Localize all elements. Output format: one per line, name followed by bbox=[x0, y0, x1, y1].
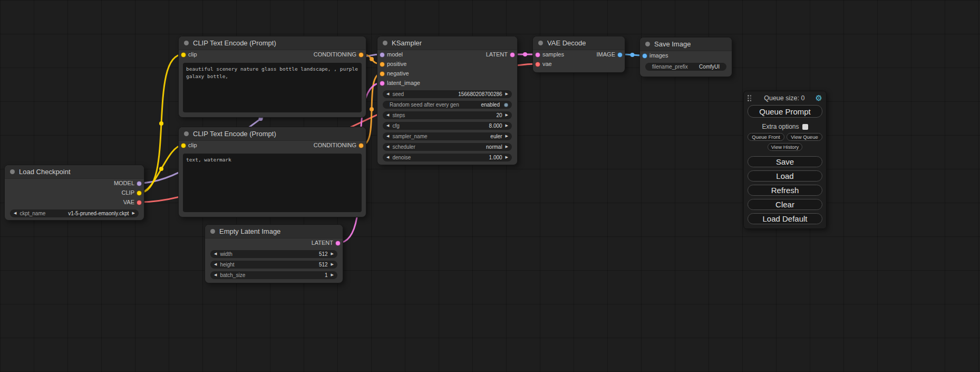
decrement-arrow-icon[interactable]: ◀ bbox=[214, 261, 217, 269]
increment-arrow-icon[interactable]: ▶ bbox=[506, 154, 508, 161]
output-slot-CONDITIONING[interactable] bbox=[358, 52, 364, 58]
wire-clip bbox=[140, 54, 183, 193]
widget-value: 20 bbox=[496, 112, 502, 118]
save-button[interactable]: Save bbox=[748, 156, 822, 167]
node-title-bar[interactable]: Save Image bbox=[640, 37, 732, 51]
input-slot-model[interactable] bbox=[380, 52, 385, 58]
widget-scheduler[interactable]: ◀schedulernormal▶ bbox=[383, 143, 512, 151]
collapse-dot-icon[interactable] bbox=[538, 41, 543, 45]
load-default-button[interactable]: Load Default bbox=[748, 213, 822, 224]
node-ksampler[interactable]: KSamplermodelLATENTpositivenegativelaten… bbox=[377, 36, 518, 165]
refresh-button[interactable]: Refresh bbox=[748, 185, 822, 196]
node-title-bar[interactable]: Load Checkpoint bbox=[5, 165, 144, 179]
input-slot-negative[interactable] bbox=[380, 71, 385, 77]
panel-drag-handle-icon[interactable] bbox=[748, 95, 753, 101]
wire-midpoint-dot bbox=[159, 167, 163, 171]
node-empty-latent-image[interactable]: Empty Latent ImageLATENT◀width512▶◀heigh… bbox=[205, 224, 343, 283]
output-slot-MODEL[interactable] bbox=[137, 181, 142, 186]
widget-value: euler bbox=[490, 133, 502, 139]
decrement-arrow-icon[interactable]: ◀ bbox=[386, 122, 389, 130]
node-title-bar[interactable]: Empty Latent Image bbox=[205, 225, 343, 239]
output-slot-label: LATENT bbox=[312, 240, 333, 246]
node-title-bar[interactable]: CLIP Text Encode (Prompt) bbox=[179, 36, 366, 50]
load-button[interactable]: Load bbox=[748, 170, 822, 182]
decrement-arrow-icon[interactable]: ◀ bbox=[386, 154, 389, 161]
node-title: CLIP Text Encode (Prompt) bbox=[193, 130, 276, 138]
widget-sampler-name[interactable]: ◀sampler_nameeuler▶ bbox=[383, 132, 512, 140]
increment-arrow-icon[interactable]: ▶ bbox=[132, 209, 135, 217]
output-slot-label: CLIP bbox=[122, 189, 134, 196]
decrement-arrow-icon[interactable]: ◀ bbox=[214, 271, 217, 279]
increment-arrow-icon[interactable]: ▶ bbox=[331, 250, 334, 258]
decrement-arrow-icon[interactable]: ◀ bbox=[386, 143, 389, 151]
input-slot-clip[interactable] bbox=[181, 52, 186, 58]
widget-value: ComfyUI bbox=[699, 64, 720, 70]
input-slot-vae[interactable] bbox=[535, 62, 540, 67]
node-title: KSampler bbox=[392, 39, 422, 47]
node-title-bar[interactable]: KSampler bbox=[377, 36, 517, 50]
increment-arrow-icon[interactable]: ▶ bbox=[331, 271, 334, 279]
output-slot-CLIP[interactable] bbox=[137, 190, 142, 196]
decrement-arrow-icon[interactable]: ◀ bbox=[386, 132, 389, 140]
node-title: CLIP Text Encode (Prompt) bbox=[193, 39, 276, 47]
node-graph-canvas[interactable]: Queue size: 0 ⚙ Queue Prompt Extra optio… bbox=[0, 0, 980, 372]
increment-arrow-icon[interactable]: ▶ bbox=[506, 122, 508, 130]
collapse-dot-icon[interactable] bbox=[645, 42, 650, 46]
toggle-dot-icon[interactable] bbox=[504, 103, 508, 107]
widget-batch-size[interactable]: ◀batch_size1▶ bbox=[210, 271, 337, 279]
node-clip-text-encode-positive[interactable]: CLIP Text Encode (Prompt)clipCONDITIONIN… bbox=[178, 36, 366, 118]
node-save-image[interactable]: Save Imageimagesfilename_prefixComfyUI bbox=[639, 37, 732, 77]
collapse-dot-icon[interactable] bbox=[10, 169, 15, 174]
widget-value: 1.000 bbox=[489, 155, 502, 160]
collapse-dot-icon[interactable] bbox=[210, 229, 215, 234]
settings-gear-icon[interactable]: ⚙ bbox=[816, 94, 822, 102]
widget-cfg[interactable]: ◀cfg8.000▶ bbox=[383, 122, 512, 130]
input-slot-positive[interactable] bbox=[380, 62, 385, 67]
node-clip-text-encode-negative[interactable]: CLIP Text Encode (Prompt)clipCONDITIONIN… bbox=[178, 127, 366, 217]
output-slot-VAE[interactable] bbox=[137, 200, 142, 205]
widget-label: filename_prefix bbox=[652, 64, 688, 70]
widget-label: scheduler bbox=[392, 144, 415, 150]
widget-width[interactable]: ◀width512▶ bbox=[210, 250, 337, 258]
output-slot-CONDITIONING[interactable] bbox=[358, 143, 364, 148]
increment-arrow-icon[interactable]: ▶ bbox=[506, 90, 508, 98]
widget-filename-prefix[interactable]: filename_prefixComfyUI bbox=[645, 63, 726, 71]
increment-arrow-icon[interactable]: ▶ bbox=[331, 261, 334, 269]
output-slot-LATENT[interactable] bbox=[510, 52, 515, 58]
decrement-arrow-icon[interactable]: ◀ bbox=[14, 209, 16, 217]
decrement-arrow-icon[interactable]: ◀ bbox=[386, 90, 389, 98]
decrement-arrow-icon[interactable]: ◀ bbox=[214, 250, 217, 258]
node-vae-decode[interactable]: VAE DecodesamplesIMAGEvae bbox=[532, 36, 625, 73]
widget-steps[interactable]: ◀steps20▶ bbox=[383, 111, 512, 119]
increment-arrow-icon[interactable]: ▶ bbox=[506, 143, 508, 151]
prompt-textarea[interactable]: text, watermark bbox=[183, 154, 362, 212]
input-slot-images[interactable] bbox=[642, 53, 647, 59]
view-history-button[interactable]: View History bbox=[768, 143, 803, 151]
node-title-bar[interactable]: VAE Decode bbox=[533, 36, 625, 50]
queue-front-button[interactable]: Queue Front bbox=[748, 133, 784, 141]
widget-random-seed-after-every-gen[interactable]: Random seed after every genenabled bbox=[383, 101, 512, 109]
widget-label: sampler_name bbox=[392, 133, 427, 139]
view-queue-button[interactable]: View Queue bbox=[787, 133, 822, 141]
collapse-dot-icon[interactable] bbox=[184, 131, 189, 136]
output-slot-IMAGE[interactable] bbox=[617, 52, 623, 58]
collapse-dot-icon[interactable] bbox=[383, 41, 387, 45]
output-slot-LATENT[interactable] bbox=[335, 241, 341, 246]
input-slot-clip[interactable] bbox=[181, 143, 186, 148]
input-slot-samples[interactable] bbox=[535, 52, 540, 58]
node-title-bar[interactable]: CLIP Text Encode (Prompt) bbox=[179, 127, 366, 141]
collapse-dot-icon[interactable] bbox=[184, 41, 189, 45]
widget-height[interactable]: ◀height512▶ bbox=[210, 261, 337, 269]
widget-ckpt-name[interactable]: ◀ckpt_namev1-5-pruned-emaonly.ckpt▶ bbox=[10, 209, 139, 217]
queue-prompt-button[interactable]: Queue Prompt bbox=[748, 105, 822, 118]
widget-denoise[interactable]: ◀denoise1.000▶ bbox=[383, 154, 512, 161]
decrement-arrow-icon[interactable]: ◀ bbox=[386, 111, 389, 119]
extra-options-checkbox[interactable] bbox=[802, 124, 808, 130]
input-slot-latent_image[interactable] bbox=[380, 81, 385, 86]
node-load-checkpoint[interactable]: Load CheckpointMODELCLIPVAE◀ckpt_namev1-… bbox=[4, 165, 144, 221]
widget-seed[interactable]: ◀seed156680208700286▶ bbox=[383, 90, 512, 98]
clear-button[interactable]: Clear bbox=[748, 199, 822, 210]
prompt-textarea[interactable]: beautiful scenery nature glass bottle la… bbox=[183, 63, 362, 112]
increment-arrow-icon[interactable]: ▶ bbox=[506, 111, 508, 119]
increment-arrow-icon[interactable]: ▶ bbox=[506, 132, 508, 140]
